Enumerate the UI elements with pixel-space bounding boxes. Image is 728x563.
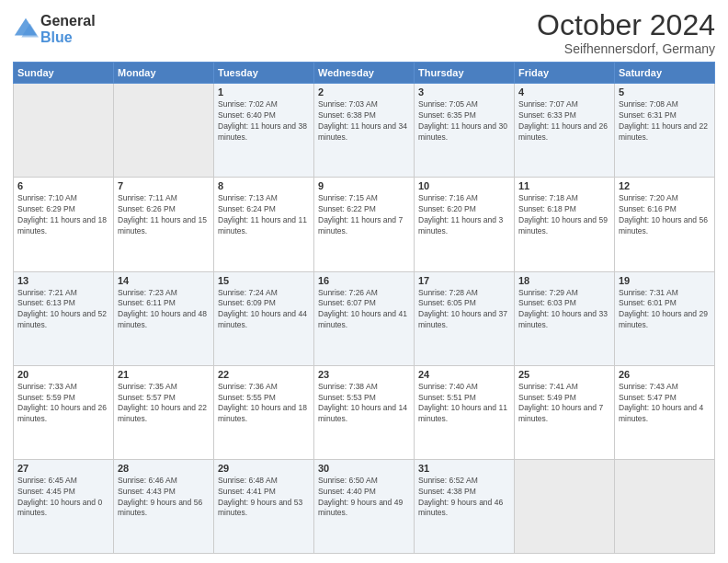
- day-detail: Sunrise: 7:28 AMSunset: 6:05 PMDaylight:…: [418, 288, 510, 332]
- day-number: 6: [17, 180, 109, 191]
- calendar-day-cell: 9Sunrise: 7:15 AMSunset: 6:22 PMDaylight…: [314, 178, 415, 271]
- day-detail: Sunrise: 7:13 AMSunset: 6:24 PMDaylight:…: [218, 193, 310, 237]
- calendar-day-cell: 5Sunrise: 7:08 AMSunset: 6:31 PMDaylight…: [615, 84, 715, 178]
- calendar-day-cell: 13Sunrise: 7:21 AMSunset: 6:13 PMDayligh…: [14, 271, 114, 365]
- day-detail: Sunrise: 7:40 AMSunset: 5:51 PMDaylight:…: [418, 382, 510, 426]
- day-number: 8: [218, 180, 310, 191]
- day-detail: Sunrise: 7:38 AMSunset: 5:53 PMDaylight:…: [318, 382, 410, 426]
- day-detail: Sunrise: 6:52 AMSunset: 4:38 PMDaylight:…: [418, 476, 510, 520]
- calendar-day-cell: [515, 459, 615, 553]
- day-number: 2: [318, 86, 410, 98]
- day-number: 18: [518, 275, 610, 286]
- day-number: 23: [318, 369, 410, 380]
- calendar-day-cell: 16Sunrise: 7:26 AMSunset: 6:07 PMDayligh…: [314, 271, 415, 365]
- day-detail: Sunrise: 7:41 AMSunset: 5:49 PMDaylight:…: [518, 382, 610, 426]
- day-detail: Sunrise: 7:02 AMSunset: 6:40 PMDaylight:…: [218, 99, 310, 144]
- calendar-week-row: 13Sunrise: 7:21 AMSunset: 6:13 PMDayligh…: [14, 271, 715, 365]
- day-detail: Sunrise: 7:26 AMSunset: 6:07 PMDaylight:…: [318, 288, 410, 332]
- day-number: 5: [619, 86, 711, 98]
- day-number: 4: [518, 86, 610, 98]
- day-number: 16: [318, 275, 410, 286]
- title-block: October 2024 Seifhennersdorf, Germany: [537, 9, 715, 56]
- day-number: 25: [518, 369, 610, 380]
- day-detail: Sunrise: 7:08 AMSunset: 6:31 PMDaylight:…: [619, 99, 711, 144]
- logo-icon: [13, 17, 39, 42]
- day-detail: Sunrise: 7:33 AMSunset: 5:59 PMDaylight:…: [17, 382, 109, 426]
- calendar-day-cell: 29Sunrise: 6:48 AMSunset: 4:41 PMDayligh…: [214, 459, 314, 553]
- calendar-week-row: 1Sunrise: 7:02 AMSunset: 6:40 PMDaylight…: [14, 84, 715, 178]
- calendar: SundayMondayTuesdayWednesdayThursdayFrid…: [13, 62, 715, 554]
- calendar-day-cell: 26Sunrise: 7:43 AMSunset: 5:47 PMDayligh…: [615, 365, 715, 459]
- calendar-day-cell: [14, 84, 114, 178]
- day-detail: Sunrise: 7:11 AMSunset: 6:26 PMDaylight:…: [118, 193, 210, 237]
- day-detail: Sunrise: 6:46 AMSunset: 4:43 PMDaylight:…: [118, 476, 210, 520]
- calendar-day-cell: 18Sunrise: 7:29 AMSunset: 6:03 PMDayligh…: [515, 271, 615, 365]
- day-number: 13: [17, 275, 109, 286]
- day-number: 10: [418, 180, 510, 191]
- calendar-day-cell: 19Sunrise: 7:31 AMSunset: 6:01 PMDayligh…: [615, 271, 715, 365]
- weekday-header: Friday: [515, 63, 615, 84]
- day-detail: Sunrise: 6:48 AMSunset: 4:41 PMDaylight:…: [218, 476, 310, 520]
- logo: General Blue: [13, 13, 96, 45]
- day-number: 28: [118, 463, 210, 474]
- calendar-day-cell: 12Sunrise: 7:20 AMSunset: 6:16 PMDayligh…: [615, 178, 715, 271]
- day-number: 29: [218, 463, 310, 474]
- day-detail: Sunrise: 7:03 AMSunset: 6:38 PMDaylight:…: [318, 99, 410, 144]
- calendar-day-cell: 22Sunrise: 7:36 AMSunset: 5:55 PMDayligh…: [214, 365, 314, 459]
- calendar-day-cell: 27Sunrise: 6:45 AMSunset: 4:45 PMDayligh…: [14, 459, 114, 553]
- day-detail: Sunrise: 6:45 AMSunset: 4:45 PMDaylight:…: [17, 476, 109, 520]
- calendar-day-cell: 14Sunrise: 7:23 AMSunset: 6:11 PMDayligh…: [114, 271, 214, 365]
- calendar-day-cell: 7Sunrise: 7:11 AMSunset: 6:26 PMDaylight…: [114, 178, 214, 271]
- day-number: 22: [218, 369, 310, 380]
- calendar-day-cell: 21Sunrise: 7:35 AMSunset: 5:57 PMDayligh…: [114, 365, 214, 459]
- day-detail: Sunrise: 7:10 AMSunset: 6:29 PMDaylight:…: [17, 193, 109, 237]
- month-title: October 2024: [537, 9, 715, 41]
- day-detail: Sunrise: 7:35 AMSunset: 5:57 PMDaylight:…: [118, 382, 210, 426]
- day-detail: Sunrise: 7:16 AMSunset: 6:20 PMDaylight:…: [418, 193, 510, 237]
- weekday-header: Monday: [114, 63, 214, 84]
- weekday-header: Wednesday: [314, 63, 415, 84]
- day-number: 24: [418, 369, 510, 380]
- day-detail: Sunrise: 7:24 AMSunset: 6:09 PMDaylight:…: [218, 288, 310, 332]
- day-number: 20: [17, 369, 109, 380]
- calendar-week-row: 27Sunrise: 6:45 AMSunset: 4:45 PMDayligh…: [14, 459, 715, 553]
- calendar-day-cell: [615, 459, 715, 553]
- day-detail: Sunrise: 7:05 AMSunset: 6:35 PMDaylight:…: [418, 99, 510, 144]
- day-number: 27: [17, 463, 109, 474]
- calendar-day-cell: 1Sunrise: 7:02 AMSunset: 6:40 PMDaylight…: [214, 84, 314, 178]
- weekday-header: Thursday: [415, 63, 515, 84]
- calendar-day-cell: 6Sunrise: 7:10 AMSunset: 6:29 PMDaylight…: [14, 178, 114, 271]
- weekday-header: Saturday: [615, 63, 715, 84]
- day-number: 14: [118, 275, 210, 286]
- calendar-table: SundayMondayTuesdayWednesdayThursdayFrid…: [13, 62, 715, 554]
- day-detail: Sunrise: 7:20 AMSunset: 6:16 PMDaylight:…: [619, 193, 711, 237]
- calendar-day-cell: 23Sunrise: 7:38 AMSunset: 5:53 PMDayligh…: [314, 365, 415, 459]
- logo-text: General Blue: [40, 13, 96, 45]
- calendar-day-cell: [114, 84, 214, 178]
- day-detail: Sunrise: 6:50 AMSunset: 4:40 PMDaylight:…: [318, 476, 410, 520]
- calendar-day-cell: 2Sunrise: 7:03 AMSunset: 6:38 PMDaylight…: [314, 84, 415, 178]
- calendar-day-cell: 8Sunrise: 7:13 AMSunset: 6:24 PMDaylight…: [214, 178, 314, 271]
- day-number: 7: [118, 180, 210, 191]
- day-number: 17: [418, 275, 510, 286]
- day-number: 3: [418, 86, 510, 98]
- calendar-day-cell: 30Sunrise: 6:50 AMSunset: 4:40 PMDayligh…: [314, 459, 415, 553]
- weekday-header-row: SundayMondayTuesdayWednesdayThursdayFrid…: [14, 63, 715, 84]
- day-number: 30: [318, 463, 410, 474]
- day-detail: Sunrise: 7:29 AMSunset: 6:03 PMDaylight:…: [518, 288, 610, 332]
- calendar-day-cell: 31Sunrise: 6:52 AMSunset: 4:38 PMDayligh…: [415, 459, 515, 553]
- weekday-header: Sunday: [14, 63, 114, 84]
- day-detail: Sunrise: 7:43 AMSunset: 5:47 PMDaylight:…: [619, 382, 711, 426]
- day-detail: Sunrise: 7:36 AMSunset: 5:55 PMDaylight:…: [218, 382, 310, 426]
- calendar-day-cell: 24Sunrise: 7:40 AMSunset: 5:51 PMDayligh…: [415, 365, 515, 459]
- calendar-day-cell: 25Sunrise: 7:41 AMSunset: 5:49 PMDayligh…: [515, 365, 615, 459]
- calendar-day-cell: 20Sunrise: 7:33 AMSunset: 5:59 PMDayligh…: [14, 365, 114, 459]
- page: General Blue October 2024 Seifhennersdor…: [0, 0, 728, 563]
- day-detail: Sunrise: 7:23 AMSunset: 6:11 PMDaylight:…: [118, 288, 210, 332]
- day-detail: Sunrise: 7:21 AMSunset: 6:13 PMDaylight:…: [17, 288, 109, 332]
- calendar-week-row: 20Sunrise: 7:33 AMSunset: 5:59 PMDayligh…: [14, 365, 715, 459]
- day-detail: Sunrise: 7:18 AMSunset: 6:18 PMDaylight:…: [518, 193, 610, 237]
- day-detail: Sunrise: 7:15 AMSunset: 6:22 PMDaylight:…: [318, 193, 410, 237]
- day-number: 26: [619, 369, 711, 380]
- calendar-day-cell: 11Sunrise: 7:18 AMSunset: 6:18 PMDayligh…: [515, 178, 615, 271]
